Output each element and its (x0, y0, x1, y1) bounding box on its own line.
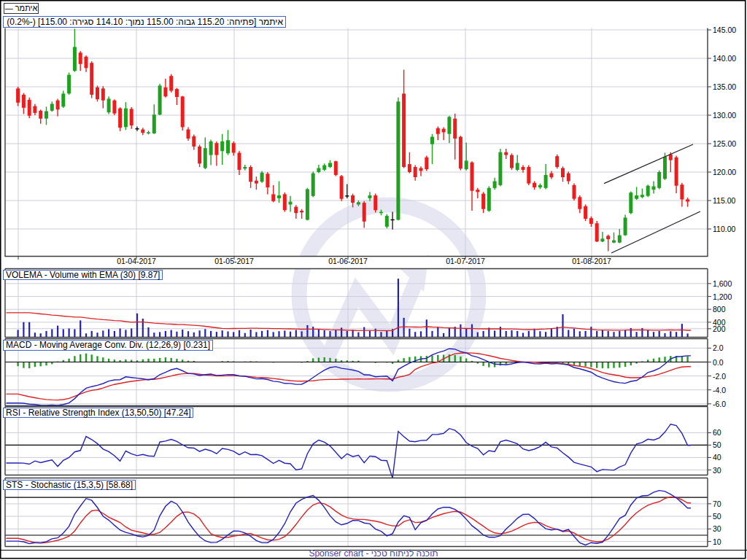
svg-text:140.00: 140.00 (713, 54, 736, 63)
svg-text:200: 200 (713, 324, 726, 333)
svg-text:01-08-2017: 01-08-2017 (572, 257, 611, 265)
svg-text:01-04-2017: 01-04-2017 (117, 257, 156, 265)
svg-text:110.00: 110.00 (713, 225, 735, 233)
svg-text:60: 60 (713, 428, 721, 437)
svg-text:0.0: 0.0 (713, 358, 724, 367)
svg-text:30: 30 (713, 466, 721, 475)
svg-text:800: 800 (713, 305, 726, 314)
svg-text:115.00: 115.00 (713, 196, 735, 205)
svg-text:40: 40 (713, 453, 721, 462)
svg-text:50: 50 (713, 440, 721, 449)
svg-text:135.00: 135.00 (713, 82, 736, 91)
svg-text:-4.0: -4.0 (713, 386, 726, 394)
svg-text:2.0: 2.0 (713, 343, 724, 352)
svg-text:120.00: 120.00 (713, 168, 736, 176)
svg-text:-2.0: -2.0 (713, 372, 726, 381)
svg-text:01-07-2017: 01-07-2017 (446, 257, 485, 265)
svg-text:145.00: 145.00 (713, 26, 736, 34)
svg-text:125.00: 125.00 (713, 139, 736, 148)
svg-text:30: 30 (713, 524, 721, 533)
svg-text:01-05-2017: 01-05-2017 (214, 257, 254, 265)
svg-text:70: 70 (713, 499, 721, 508)
svg-text:1,200: 1,200 (713, 292, 732, 301)
svg-text:01-06-2017: 01-06-2017 (328, 257, 368, 265)
svg-text:130.00: 130.00 (713, 111, 736, 120)
svg-text:-6.0: -6.0 (713, 400, 726, 408)
svg-text:50: 50 (713, 512, 721, 521)
svg-text:1,600: 1,600 (713, 279, 732, 288)
svg-text:10: 10 (713, 537, 721, 546)
